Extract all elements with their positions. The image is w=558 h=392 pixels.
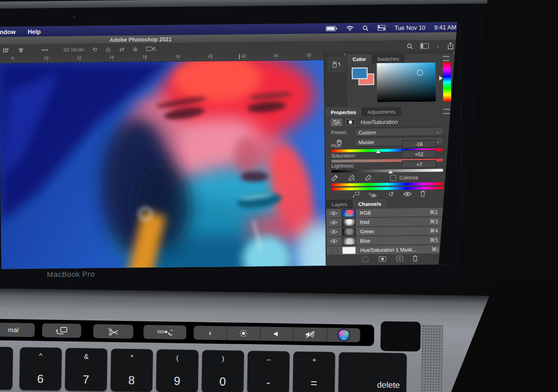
colorize-checkbox[interactable] (390, 175, 396, 181)
view-previous-state-icon[interactable] (369, 191, 378, 198)
foreground-color-swatch[interactable] (352, 67, 367, 79)
visibility-eye-icon[interactable] (330, 229, 338, 234)
menu-item-window[interactable]: ndow (0, 28, 16, 35)
key-8[interactable]: * 8 (111, 348, 153, 392)
ruler-number: 24 (273, 53, 278, 58)
channel-thumbnail (342, 237, 356, 245)
tab-layers[interactable]: Layers (326, 200, 352, 209)
channel-name: RGB (360, 210, 371, 216)
canvas-portrait-image (0, 60, 326, 269)
touchbar-select-subject-button[interactable] (93, 324, 133, 339)
key-6[interactable]: ^ 6 (20, 347, 62, 390)
save-selection-mask-icon[interactable] (379, 256, 386, 261)
more-options-button[interactable]: ••• (42, 47, 49, 52)
hue-slider-thumb[interactable] (376, 150, 380, 153)
menu-bar-time[interactable]: 9:41 AM (434, 24, 457, 31)
camera-3d-icon[interactable] (146, 46, 155, 51)
touchbar-collapse-chevron[interactable]: ‹ (193, 326, 226, 340)
chevron-down-icon[interactable]: ⌄ (436, 44, 440, 48)
visibility-eye-icon[interactable] (330, 239, 338, 243)
color-picker-field[interactable] (377, 63, 436, 102)
delete-channel-trash-icon[interactable] (412, 255, 418, 261)
slide-3d-icon[interactable]: ⊕ (133, 46, 138, 52)
key-equals[interactable]: + = (292, 352, 335, 392)
divider (33, 47, 33, 53)
properties-panel-menu-icon[interactable] (443, 109, 450, 114)
battery-icon[interactable] (326, 26, 337, 31)
siri-icon (337, 328, 350, 341)
menu-item-help[interactable]: Help (27, 28, 40, 35)
preset-label: Preset: (331, 130, 347, 135)
key-minus[interactable]: – - (247, 351, 290, 392)
saturation-value[interactable]: +52 (402, 150, 436, 158)
touchbar-rotate-button[interactable] (42, 323, 81, 338)
touchbar-mute-button[interactable] (293, 327, 327, 342)
channel-row-rgb[interactable]: RGB ⌘2 (326, 208, 444, 218)
reset-adjustment-icon[interactable]: ↺ (388, 190, 394, 198)
hue-label: Hue: (331, 143, 342, 148)
collapsed-panel-button[interactable] (327, 57, 346, 72)
lightness-label: Lightness: (332, 163, 355, 169)
key-7[interactable]: & 7 (65, 348, 107, 391)
wifi-icon[interactable] (346, 26, 353, 31)
key-9[interactable]: ( 9 (156, 349, 199, 392)
hue-ramp[interactable] (443, 62, 451, 101)
delete-adjustment-trash-icon[interactable] (420, 190, 425, 197)
saturation-label: Saturation: (331, 152, 356, 158)
visibility-eye-icon[interactable] (330, 220, 338, 225)
color-panel-menu-icon[interactable] (443, 56, 449, 61)
eyedropper-minus-icon[interactable] (365, 174, 372, 181)
lightness-value[interactable]: +7 (402, 160, 437, 169)
share-icon[interactable] (447, 42, 454, 49)
touch-id-button[interactable] (380, 321, 421, 352)
eyedropper-icon[interactable] (332, 175, 338, 181)
preset-dropdown[interactable]: Custom⌄ (354, 127, 444, 137)
hue-ramp-pointer[interactable] (439, 76, 443, 81)
canvas[interactable] (0, 60, 326, 269)
ruler-number: 12 (77, 55, 81, 60)
new-channel-icon[interactable] (397, 255, 403, 261)
touchbar-normal-button[interactable]: mal (0, 322, 35, 337)
visibility-empty-box[interactable] (330, 248, 338, 253)
search-icon[interactable] (407, 43, 413, 49)
key-delete[interactable]: delete (338, 352, 406, 392)
touchbar-volume-button[interactable] (260, 327, 293, 341)
tab-properties[interactable]: Properties (325, 107, 362, 117)
clip-to-layer-icon[interactable] (352, 191, 359, 198)
eyedropper-plus-icon[interactable] (348, 175, 355, 181)
collapse-panels-left-icon[interactable]: « (343, 51, 346, 57)
channel-row-blue[interactable]: Blue ⌘5 (326, 236, 444, 246)
load-selection-icon[interactable] (362, 256, 369, 262)
visibility-eye-icon[interactable] (403, 191, 412, 196)
touchbar-siri-button[interactable] (326, 328, 360, 342)
touchbar-history-undo-button[interactable] (143, 325, 186, 339)
spotlight-search-icon[interactable] (362, 25, 368, 31)
hue-value[interactable]: -16 (402, 140, 436, 148)
webcam (72, 16, 76, 19)
menu-bar-date[interactable]: Tue Nov 10 (394, 24, 425, 31)
channel-row-red[interactable]: Red ⌘3 (326, 217, 444, 228)
pan-3d-icon[interactable]: ⇄ (119, 46, 124, 52)
touchbar-control-strip: ‹ (193, 326, 360, 342)
touchbar-brightness-button[interactable] (226, 326, 260, 340)
channel-row-mask[interactable]: Hue/Saturation 1 Mask... ⌘\ (326, 245, 444, 255)
tab-swatches[interactable]: Swatches (372, 54, 405, 63)
visibility-eye-icon[interactable] (330, 211, 338, 216)
tab-channels[interactable]: Channels (352, 199, 387, 209)
color-picker-marker[interactable] (417, 70, 423, 76)
roll-3d-icon[interactable]: ◎ (106, 46, 111, 53)
align-left-icon[interactable] (3, 47, 9, 53)
tab-color[interactable]: Color (347, 54, 372, 64)
tab-adjustments[interactable]: Adjustments (362, 107, 401, 116)
app-title: Adobe Photoshop 2021 (110, 36, 172, 43)
workspace-switcher-icon[interactable] (420, 43, 429, 49)
align-center-icon[interactable] (18, 47, 24, 53)
macbook-photo: ndow Help Tue Nov 10 9:41 AM Adobe Photo… (0, 0, 558, 392)
lightness-slider-thumb[interactable] (388, 170, 393, 174)
colorize-label: Colorize (399, 175, 418, 180)
channel-row-green[interactable]: Green ⌘4 (326, 227, 444, 237)
orbit-3d-icon[interactable]: ⟲ (92, 46, 97, 53)
key-0[interactable]: ) 0 (202, 350, 244, 392)
control-center-icon[interactable] (377, 25, 385, 31)
key-partial-left[interactable] (0, 346, 13, 390)
